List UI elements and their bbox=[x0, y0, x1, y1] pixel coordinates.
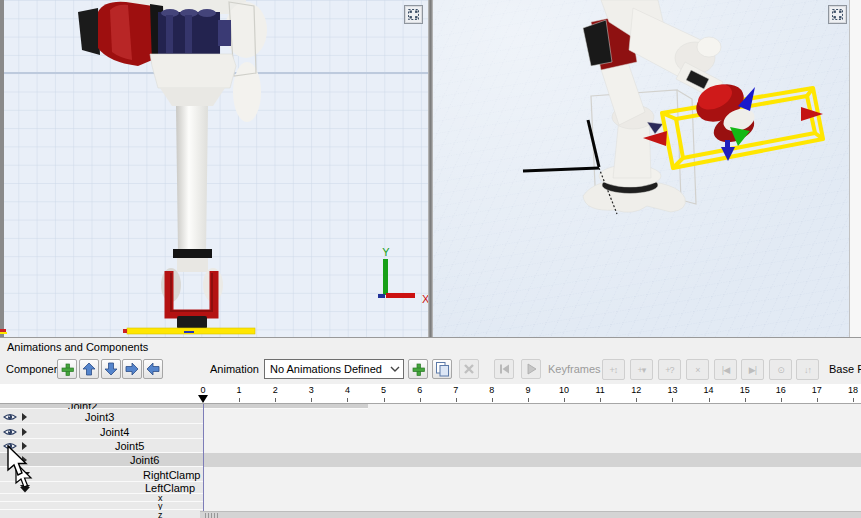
tree-row-rightclamp[interactable]: RightClamp bbox=[0, 467, 861, 482]
previous-keyframe-button[interactable]: |◀ bbox=[714, 359, 737, 380]
move-component-up-button[interactable] bbox=[79, 359, 99, 379]
tree-row-joint6-selected[interactable]: Joint6 bbox=[0, 453, 861, 467]
add-keyframe-button[interactable]: +▾ bbox=[630, 359, 653, 380]
ruler-tick-label: 14 bbox=[704, 385, 714, 395]
keyframes-label: Keyframes bbox=[548, 363, 601, 375]
next-keyframe-button[interactable]: ▶| bbox=[741, 359, 764, 380]
ruler-tick-label: 1 bbox=[237, 385, 242, 395]
row-label: x bbox=[158, 494, 163, 502]
ruler-tick-mark bbox=[745, 398, 746, 402]
scrollbar-grip[interactable] bbox=[205, 513, 220, 518]
end-effector bbox=[177, 316, 207, 329]
arm-column bbox=[176, 106, 208, 252]
indent-component-right-button[interactable] bbox=[122, 359, 142, 379]
next-keyframe-icon: ▶| bbox=[749, 365, 756, 375]
ruler-tick-mark bbox=[781, 398, 782, 402]
maximize-viewport-button[interactable] bbox=[404, 5, 423, 24]
ruler-tick-label: 17 bbox=[812, 385, 822, 395]
row-label: z bbox=[158, 510, 163, 518]
base-position-label: Base Position bbox=[829, 363, 861, 375]
copy-animation-button[interactable] bbox=[432, 359, 452, 379]
ruler-tick-label: 10 bbox=[559, 385, 569, 395]
ruler-tick-label: 16 bbox=[776, 385, 786, 395]
swap-keyframes-button[interactable]: ↓↑ bbox=[796, 359, 819, 380]
ruler-tick-label: 3 bbox=[309, 385, 314, 395]
component-tree: Joint2 Joint3 Joint4 bbox=[0, 404, 861, 518]
mouse-cursor bbox=[6, 445, 42, 493]
ruler-tick-label: 5 bbox=[381, 385, 386, 395]
add-animation-button[interactable] bbox=[408, 359, 428, 379]
playhead-marker[interactable] bbox=[198, 395, 208, 403]
plus-icon bbox=[60, 362, 75, 377]
axis-x bbox=[386, 293, 415, 298]
go-to-start-button[interactable] bbox=[494, 359, 514, 379]
maximize-icon bbox=[831, 8, 844, 21]
tree-row-joint3[interactable]: Joint3 bbox=[0, 409, 861, 424]
tree-row-x[interactable]: x bbox=[0, 494, 861, 502]
ruler-tick-mark bbox=[709, 398, 710, 402]
row-label: Joint6 bbox=[130, 454, 159, 466]
delete-keyframe-icon: × bbox=[695, 365, 699, 375]
move-component-down-button[interactable] bbox=[101, 359, 121, 379]
panel-toolbar: Components bbox=[0, 356, 861, 384]
ruler-tick-mark bbox=[311, 398, 312, 402]
ruler-tick-label: 11 bbox=[596, 385, 605, 395]
animation-label: Animation bbox=[210, 363, 259, 375]
row-label: Joint5 bbox=[115, 440, 144, 452]
ruler-tick-label: 13 bbox=[667, 385, 677, 395]
expander-icon[interactable] bbox=[22, 413, 27, 421]
edit-keyframe-button[interactable]: +? bbox=[658, 359, 681, 380]
copy-icon bbox=[434, 361, 450, 377]
ruler-tick-label: 2 bbox=[273, 385, 278, 395]
arrow-down-icon bbox=[104, 362, 118, 376]
expander-icon[interactable] bbox=[22, 428, 27, 436]
visibility-eye-icon[interactable] bbox=[3, 412, 17, 422]
ruler-tick-label: 0 bbox=[200, 385, 205, 395]
swap-keyframes-icon: ↓↑ bbox=[804, 365, 811, 375]
loop-keyframes-button[interactable]: ⊙ bbox=[769, 359, 792, 380]
robot-animation-app: Y X bbox=[0, 0, 861, 518]
add-keyframe-all-icon: +↕ bbox=[610, 365, 618, 375]
horizontal-scrollbar[interactable] bbox=[200, 511, 861, 518]
playhead-line[interactable] bbox=[203, 404, 204, 511]
axis-z-dot bbox=[378, 294, 385, 298]
arrow-right-icon bbox=[125, 362, 139, 376]
animation-dropdown[interactable]: No Animations Defined bbox=[264, 359, 404, 379]
maximize-viewport-button[interactable] bbox=[828, 5, 847, 24]
ruler-tick-label: 15 bbox=[740, 385, 750, 395]
arrow-left-icon bbox=[146, 362, 160, 376]
viewport-perspective-view[interactable] bbox=[433, 0, 849, 337]
row-label: Joint3 bbox=[85, 411, 114, 423]
previous-keyframe-icon: |◀ bbox=[722, 365, 729, 375]
ruler-tick-mark bbox=[600, 398, 601, 402]
ruler-tick-label: 18 bbox=[848, 385, 858, 395]
timeline-ruler[interactable]: 0123456789101112131415161718 bbox=[0, 384, 861, 404]
perspective-scene bbox=[433, 0, 849, 337]
delete-keyframe-button[interactable]: × bbox=[686, 359, 709, 380]
add-component-button[interactable] bbox=[57, 359, 77, 379]
delete-animation-button[interactable] bbox=[459, 359, 479, 379]
right-gutter bbox=[849, 0, 861, 337]
axis-y-label: Y bbox=[382, 246, 390, 258]
panel-title-bar: Animations and Components bbox=[0, 338, 861, 356]
tree-row-joint4[interactable]: Joint4 bbox=[0, 424, 861, 439]
visibility-eye-icon[interactable] bbox=[3, 427, 17, 437]
ruler-tick-label: 6 bbox=[417, 385, 422, 395]
skip-start-icon bbox=[497, 362, 511, 376]
indent-component-left-button[interactable] bbox=[143, 359, 163, 379]
ruler-tick-mark bbox=[420, 398, 421, 402]
ruler-tick-mark bbox=[672, 398, 673, 402]
tree-row-leftclamp[interactable]: LeftClamp bbox=[0, 482, 861, 494]
play-animation-button[interactable] bbox=[521, 359, 541, 379]
front-view-scene: Y X bbox=[0, 0, 428, 337]
add-keyframe-all-button[interactable]: +↕ bbox=[602, 359, 625, 380]
ruler-tick-mark bbox=[636, 398, 637, 402]
viewport-front-view[interactable]: Y X bbox=[0, 0, 428, 337]
edit-keyframe-icon: +? bbox=[665, 365, 673, 375]
plus-icon bbox=[411, 362, 426, 377]
tree-row-joint5[interactable]: Joint5 bbox=[0, 439, 861, 453]
loop-keyframes-icon: ⊙ bbox=[777, 365, 784, 375]
ruler-tick-mark bbox=[564, 398, 565, 402]
tree-row-y[interactable]: y bbox=[0, 502, 861, 510]
delete-x-icon bbox=[462, 362, 476, 376]
